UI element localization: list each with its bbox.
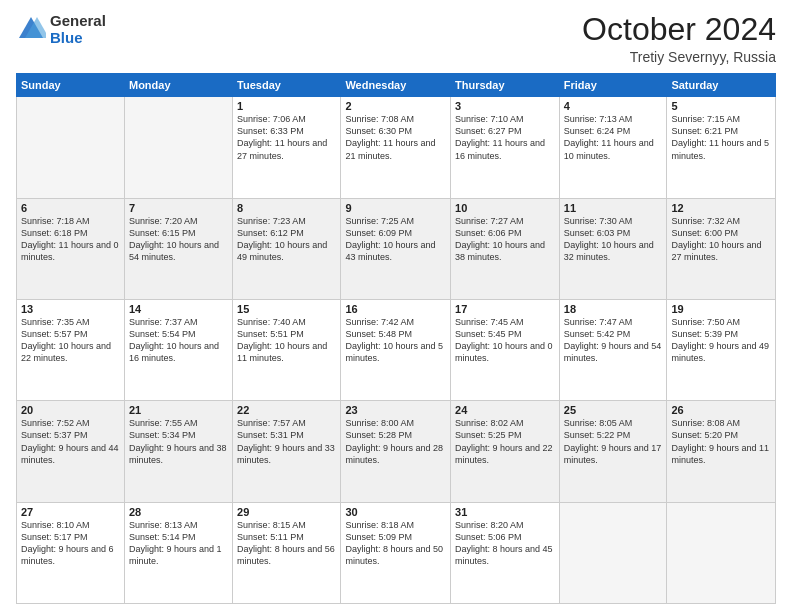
calendar-cell: 26Sunrise: 8:08 AM Sunset: 5:20 PM Dayli… xyxy=(667,401,776,502)
calendar-cell xyxy=(17,97,125,198)
calendar-cell: 23Sunrise: 8:00 AM Sunset: 5:28 PM Dayli… xyxy=(341,401,451,502)
col-saturday: Saturday xyxy=(667,74,776,97)
day-info: Sunrise: 8:05 AM Sunset: 5:22 PM Dayligh… xyxy=(564,417,663,466)
day-number: 9 xyxy=(345,202,446,214)
day-number: 23 xyxy=(345,404,446,416)
calendar-cell: 30Sunrise: 8:18 AM Sunset: 5:09 PM Dayli… xyxy=(341,502,451,603)
day-number: 21 xyxy=(129,404,228,416)
day-info: Sunrise: 7:15 AM Sunset: 6:21 PM Dayligh… xyxy=(671,113,771,162)
calendar-cell: 29Sunrise: 8:15 AM Sunset: 5:11 PM Dayli… xyxy=(233,502,341,603)
page: General Blue October 2024 Tretiy Severny… xyxy=(0,0,792,612)
calendar-cell: 31Sunrise: 8:20 AM Sunset: 5:06 PM Dayli… xyxy=(451,502,560,603)
day-number: 5 xyxy=(671,100,771,112)
day-info: Sunrise: 7:20 AM Sunset: 6:15 PM Dayligh… xyxy=(129,215,228,264)
day-info: Sunrise: 7:50 AM Sunset: 5:39 PM Dayligh… xyxy=(671,316,771,365)
day-number: 15 xyxy=(237,303,336,315)
calendar-cell xyxy=(667,502,776,603)
calendar-header-row: Sunday Monday Tuesday Wednesday Thursday… xyxy=(17,74,776,97)
calendar-week-row: 27Sunrise: 8:10 AM Sunset: 5:17 PM Dayli… xyxy=(17,502,776,603)
calendar-cell: 17Sunrise: 7:45 AM Sunset: 5:45 PM Dayli… xyxy=(451,299,560,400)
day-info: Sunrise: 8:10 AM Sunset: 5:17 PM Dayligh… xyxy=(21,519,120,568)
calendar-week-row: 20Sunrise: 7:52 AM Sunset: 5:37 PM Dayli… xyxy=(17,401,776,502)
calendar-cell xyxy=(124,97,232,198)
day-info: Sunrise: 7:30 AM Sunset: 6:03 PM Dayligh… xyxy=(564,215,663,264)
day-number: 1 xyxy=(237,100,336,112)
day-number: 27 xyxy=(21,506,120,518)
day-number: 4 xyxy=(564,100,663,112)
calendar-cell: 12Sunrise: 7:32 AM Sunset: 6:00 PM Dayli… xyxy=(667,198,776,299)
day-info: Sunrise: 8:18 AM Sunset: 5:09 PM Dayligh… xyxy=(345,519,446,568)
calendar-cell: 18Sunrise: 7:47 AM Sunset: 5:42 PM Dayli… xyxy=(559,299,667,400)
calendar-week-row: 1Sunrise: 7:06 AM Sunset: 6:33 PM Daylig… xyxy=(17,97,776,198)
day-number: 19 xyxy=(671,303,771,315)
day-number: 13 xyxy=(21,303,120,315)
day-info: Sunrise: 7:47 AM Sunset: 5:42 PM Dayligh… xyxy=(564,316,663,365)
day-info: Sunrise: 7:10 AM Sunset: 6:27 PM Dayligh… xyxy=(455,113,555,162)
calendar-week-row: 13Sunrise: 7:35 AM Sunset: 5:57 PM Dayli… xyxy=(17,299,776,400)
calendar-cell: 2Sunrise: 7:08 AM Sunset: 6:30 PM Daylig… xyxy=(341,97,451,198)
day-number: 20 xyxy=(21,404,120,416)
day-number: 30 xyxy=(345,506,446,518)
day-info: Sunrise: 7:27 AM Sunset: 6:06 PM Dayligh… xyxy=(455,215,555,264)
day-info: Sunrise: 8:13 AM Sunset: 5:14 PM Dayligh… xyxy=(129,519,228,568)
day-number: 18 xyxy=(564,303,663,315)
day-info: Sunrise: 7:40 AM Sunset: 5:51 PM Dayligh… xyxy=(237,316,336,365)
calendar-cell: 22Sunrise: 7:57 AM Sunset: 5:31 PM Dayli… xyxy=(233,401,341,502)
col-friday: Friday xyxy=(559,74,667,97)
day-info: Sunrise: 8:15 AM Sunset: 5:11 PM Dayligh… xyxy=(237,519,336,568)
col-tuesday: Tuesday xyxy=(233,74,341,97)
title-block: October 2024 Tretiy Severnyy, Russia xyxy=(582,12,776,65)
day-number: 16 xyxy=(345,303,446,315)
calendar-table: Sunday Monday Tuesday Wednesday Thursday… xyxy=(16,73,776,604)
calendar-cell: 4Sunrise: 7:13 AM Sunset: 6:24 PM Daylig… xyxy=(559,97,667,198)
day-number: 7 xyxy=(129,202,228,214)
calendar-cell: 25Sunrise: 8:05 AM Sunset: 5:22 PM Dayli… xyxy=(559,401,667,502)
day-number: 29 xyxy=(237,506,336,518)
day-number: 28 xyxy=(129,506,228,518)
calendar-cell: 1Sunrise: 7:06 AM Sunset: 6:33 PM Daylig… xyxy=(233,97,341,198)
calendar-cell: 8Sunrise: 7:23 AM Sunset: 6:12 PM Daylig… xyxy=(233,198,341,299)
calendar-cell: 13Sunrise: 7:35 AM Sunset: 5:57 PM Dayli… xyxy=(17,299,125,400)
day-number: 6 xyxy=(21,202,120,214)
day-number: 8 xyxy=(237,202,336,214)
col-monday: Monday xyxy=(124,74,232,97)
day-info: Sunrise: 7:13 AM Sunset: 6:24 PM Dayligh… xyxy=(564,113,663,162)
day-number: 2 xyxy=(345,100,446,112)
calendar-cell: 11Sunrise: 7:30 AM Sunset: 6:03 PM Dayli… xyxy=(559,198,667,299)
calendar-cell: 20Sunrise: 7:52 AM Sunset: 5:37 PM Dayli… xyxy=(17,401,125,502)
day-info: Sunrise: 7:45 AM Sunset: 5:45 PM Dayligh… xyxy=(455,316,555,365)
day-info: Sunrise: 8:02 AM Sunset: 5:25 PM Dayligh… xyxy=(455,417,555,466)
col-wednesday: Wednesday xyxy=(341,74,451,97)
header: General Blue October 2024 Tretiy Severny… xyxy=(16,12,776,65)
day-info: Sunrise: 7:57 AM Sunset: 5:31 PM Dayligh… xyxy=(237,417,336,466)
calendar-cell: 6Sunrise: 7:18 AM Sunset: 6:18 PM Daylig… xyxy=(17,198,125,299)
day-info: Sunrise: 8:20 AM Sunset: 5:06 PM Dayligh… xyxy=(455,519,555,568)
calendar-cell: 27Sunrise: 8:10 AM Sunset: 5:17 PM Dayli… xyxy=(17,502,125,603)
day-info: Sunrise: 7:37 AM Sunset: 5:54 PM Dayligh… xyxy=(129,316,228,365)
calendar-cell: 5Sunrise: 7:15 AM Sunset: 6:21 PM Daylig… xyxy=(667,97,776,198)
day-info: Sunrise: 7:55 AM Sunset: 5:34 PM Dayligh… xyxy=(129,417,228,466)
col-thursday: Thursday xyxy=(451,74,560,97)
day-number: 31 xyxy=(455,506,555,518)
logo-icon xyxy=(16,14,46,44)
day-number: 25 xyxy=(564,404,663,416)
calendar-cell: 10Sunrise: 7:27 AM Sunset: 6:06 PM Dayli… xyxy=(451,198,560,299)
day-number: 11 xyxy=(564,202,663,214)
calendar-cell: 16Sunrise: 7:42 AM Sunset: 5:48 PM Dayli… xyxy=(341,299,451,400)
day-info: Sunrise: 7:08 AM Sunset: 6:30 PM Dayligh… xyxy=(345,113,446,162)
day-number: 26 xyxy=(671,404,771,416)
day-number: 3 xyxy=(455,100,555,112)
calendar-week-row: 6Sunrise: 7:18 AM Sunset: 6:18 PM Daylig… xyxy=(17,198,776,299)
day-info: Sunrise: 7:42 AM Sunset: 5:48 PM Dayligh… xyxy=(345,316,446,365)
calendar-cell: 14Sunrise: 7:37 AM Sunset: 5:54 PM Dayli… xyxy=(124,299,232,400)
main-title: October 2024 xyxy=(582,12,776,47)
subtitle: Tretiy Severnyy, Russia xyxy=(582,49,776,65)
calendar-cell: 24Sunrise: 8:02 AM Sunset: 5:25 PM Dayli… xyxy=(451,401,560,502)
day-info: Sunrise: 7:25 AM Sunset: 6:09 PM Dayligh… xyxy=(345,215,446,264)
calendar-cell: 21Sunrise: 7:55 AM Sunset: 5:34 PM Dayli… xyxy=(124,401,232,502)
logo-text: General Blue xyxy=(50,12,106,46)
calendar-cell: 7Sunrise: 7:20 AM Sunset: 6:15 PM Daylig… xyxy=(124,198,232,299)
calendar-cell: 9Sunrise: 7:25 AM Sunset: 6:09 PM Daylig… xyxy=(341,198,451,299)
day-number: 22 xyxy=(237,404,336,416)
calendar-cell: 15Sunrise: 7:40 AM Sunset: 5:51 PM Dayli… xyxy=(233,299,341,400)
